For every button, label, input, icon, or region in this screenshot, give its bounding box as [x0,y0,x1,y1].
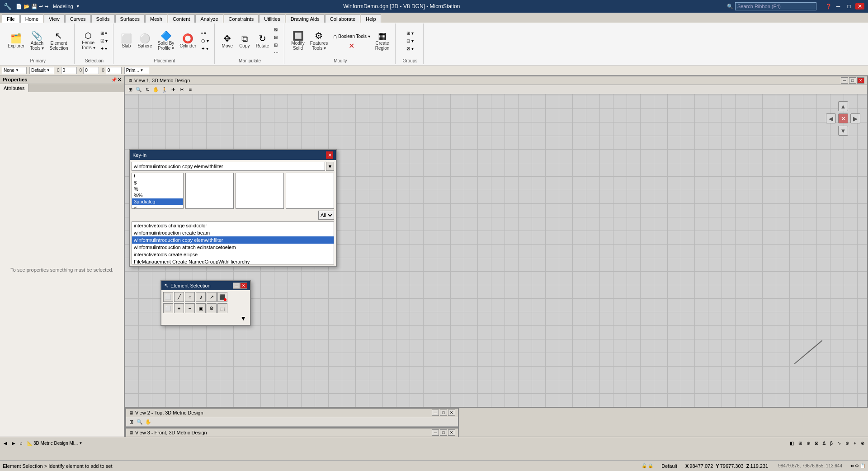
bt-back[interactable]: ◀ [2,440,9,447]
rotate-down[interactable]: ▼ [838,126,848,136]
bt-3d-model[interactable]: 📐 3D Metric Design Mi... ▼ [25,440,84,447]
es-mode-icon[interactable]: ⬜ [163,303,173,313]
rotate-center[interactable]: ✕ [838,113,848,123]
selection-mode-btn[interactable]: ⊞ ▾ [99,30,110,37]
selection-highlight-btn[interactable]: ✦ ▾ [99,45,110,52]
redo-icon[interactable]: ↪ [44,4,48,9]
solid-by-profile-button[interactable]: 🔷 Solid ByProfile ▾ [156,30,177,52]
es-add-icon[interactable]: + [174,303,184,313]
tr-input[interactable]: 0 [106,67,122,74]
bt-settings1[interactable]: ◧ [788,440,796,447]
groups-tool2-btn[interactable]: ⊟ ▾ [405,38,415,44]
keyin-dropdown-button[interactable]: ▼ [326,162,334,171]
tab-analyze[interactable]: Analyze [195,14,223,23]
vt-clip[interactable]: ✂ [178,85,186,94]
groups-tool1-btn[interactable]: ⊞ ▾ [405,30,415,37]
search-ribbon-input[interactable] [735,2,816,10]
color-combo[interactable]: Default ▼ [29,67,54,74]
selection-filter-btn[interactable]: ☑ ▾ [99,38,110,44]
keyin-result-item[interactable]: interactivetools create ellipse [132,251,334,258]
tab-surfaces[interactable]: Surfaces [115,14,145,23]
view3-close[interactable]: ✕ [448,429,455,436]
tab-drawing-aids[interactable]: Drawing Aids [286,14,325,23]
panel-pin-icon[interactable]: 📌 [111,77,117,82]
save-icon[interactable]: 💾 [31,4,38,9]
keyin-tree-item[interactable]: ! [132,173,183,179]
tab-utilities[interactable]: Utilities [259,14,285,23]
bt-ff[interactable]: ⊗ [859,440,866,447]
vt-fit[interactable]: ⊞ [126,85,134,94]
panel-close-icon[interactable]: ✕ [118,77,121,82]
view3-minimize[interactable]: ─ [432,429,439,436]
view1-close[interactable]: ✕ [857,77,864,84]
bt-snap[interactable]: ⊕ [805,440,812,447]
sb-btn2[interactable]: ⚙ [855,463,859,468]
slab-button[interactable]: ⬜ Slab [118,33,134,50]
bt-aa[interactable]: Δ [821,440,828,447]
rotate-button[interactable]: ↻ Rotate [254,33,271,50]
keyin-tree-item[interactable]: %% [132,192,183,198]
bt-grid[interactable]: ⊞ [797,440,804,447]
vt-rotate[interactable]: ↻ [143,85,151,94]
keyin-tree-item-selected[interactable]: 3ppdialog [132,198,183,205]
tab-home[interactable]: Home [20,14,43,23]
tab-file[interactable]: File [2,14,20,23]
keyin-result-selected[interactable]: winformuiintroduction copy elemwithfilte… [132,236,334,244]
keyin-filter-select[interactable]: All [318,211,334,220]
place-point-btn[interactable]: • ▾ [199,30,211,37]
bt-fwd[interactable]: ▶ [10,440,17,447]
keyin-input-field[interactable] [132,162,325,171]
prim-combo[interactable]: Prim... ▼ [124,67,149,74]
v2t-pan[interactable]: ✋ [144,418,152,426]
help-icon[interactable]: ❓ [826,4,832,9]
es-move-icon[interactable]: ⬛ [217,292,227,302]
vt-zoom-in[interactable]: 🔍 [135,85,143,94]
elem-sel-expand-arrow[interactable]: ▼ [240,315,246,322]
keyin-result-item[interactable]: interactivetools change solidcolor [132,222,334,229]
tab-view[interactable]: View [44,14,65,23]
rotate-right[interactable]: ▶ [850,113,860,123]
sphere-button[interactable]: ⚪ Sphere [135,33,154,50]
move-button[interactable]: ✥ Move [219,33,236,50]
view1-maximize[interactable]: □ [849,77,856,84]
bt-cc[interactable]: ∿ [835,440,843,447]
cylinder-button[interactable]: ⭕ Cylinder [177,33,198,50]
keyin-result-item[interactable]: FileManagement Create NamedGroupWithHier… [132,258,334,264]
es-circle-select[interactable]: ○ [185,292,195,302]
open-icon[interactable]: 📂 [24,4,30,9]
keyin-tree-item[interactable]: $ [132,179,183,186]
bt-dd[interactable]: ⊛ [844,440,851,447]
groups-tool3-btn[interactable]: ⊠ ▾ [405,45,415,52]
vt-walk[interactable]: 🚶 [160,85,169,94]
es-settings-icon[interactable]: ⚙ [207,303,217,313]
view3-maximize[interactable]: □ [440,429,447,436]
v2t-fit[interactable]: ⊞ [127,418,135,426]
keyin-tree-item[interactable]: % [132,186,183,192]
undo-icon[interactable]: ↩ [39,4,43,9]
place-tools-btn[interactable]: ✦ ▾ [199,45,211,52]
es-stack-icon[interactable]: ⬚ [217,303,227,313]
features-tools-button[interactable]: ⚙ FeaturesTools ▾ [308,30,330,52]
sb-btn1[interactable]: ⬅ [850,463,854,468]
boolean-tools-btn[interactable]: ∩ Boolean Tools ▾ [331,32,372,41]
tab-content[interactable]: Content [168,14,195,23]
new-icon[interactable]: 📄 [16,4,22,9]
explorer-button[interactable]: 🗂️ Explorer [5,33,27,50]
element-selection-button[interactable]: ↖ ElementSelection [47,30,70,52]
lc-input[interactable]: 0 [83,67,99,74]
view2-close[interactable]: ✕ [448,410,455,416]
view2-minimize[interactable]: ─ [432,410,439,416]
close-button[interactable]: ✕ [855,3,864,9]
mirror-btn[interactable]: ⊟ [272,34,280,41]
view1-minimize[interactable]: ─ [841,77,848,84]
tab-curves[interactable]: Curves [65,14,91,23]
tab-help[interactable]: Help [361,14,381,23]
manip-more-btn[interactable]: ⋯ [272,49,280,56]
keyin-tree-item[interactable]: < [132,205,183,209]
tab-mesh[interactable]: Mesh [145,14,167,23]
es-lasso-select[interactable]: ⤸ [196,292,206,302]
place-shape-btn[interactable]: ⬡ ▾ [199,38,211,44]
es-rect-select[interactable]: ⬜ [163,292,173,302]
sb-btn3[interactable]: 📋 [860,463,865,468]
scale-btn[interactable]: ⊠ [272,26,280,33]
